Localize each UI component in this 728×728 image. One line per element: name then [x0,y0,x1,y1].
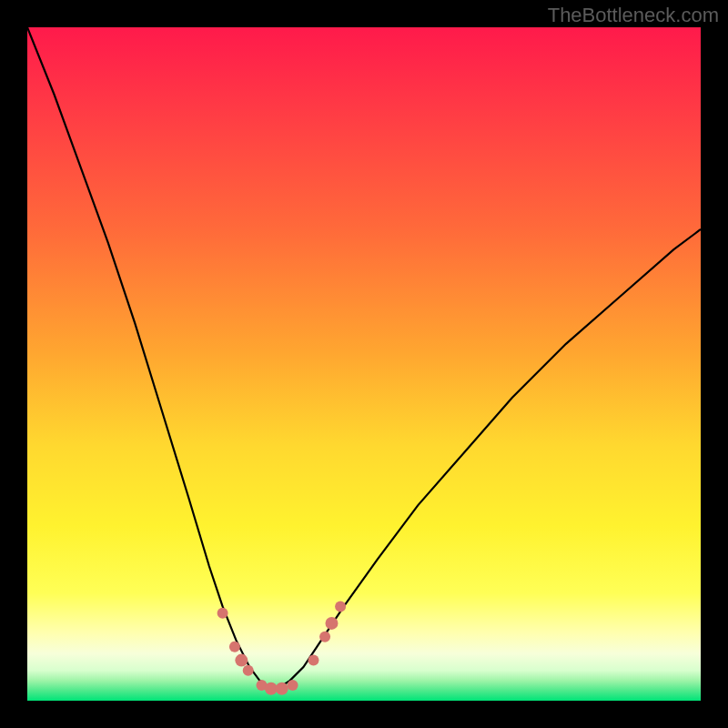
gradient-background [27,27,701,701]
curve-marker [217,608,228,619]
curve-marker [243,665,254,676]
watermark-text: TheBottleneck.com [548,4,719,27]
figure-container: TheBottleneck.com [0,0,728,728]
plot-area [27,27,701,701]
curve-marker [235,654,248,667]
curve-marker [308,655,319,666]
chart-svg [27,27,701,701]
curve-marker [288,680,298,691]
curve-marker [229,642,240,652]
curve-marker [276,682,288,695]
curve-marker [319,632,330,642]
curve-marker [335,601,346,612]
curve-marker [325,617,338,630]
